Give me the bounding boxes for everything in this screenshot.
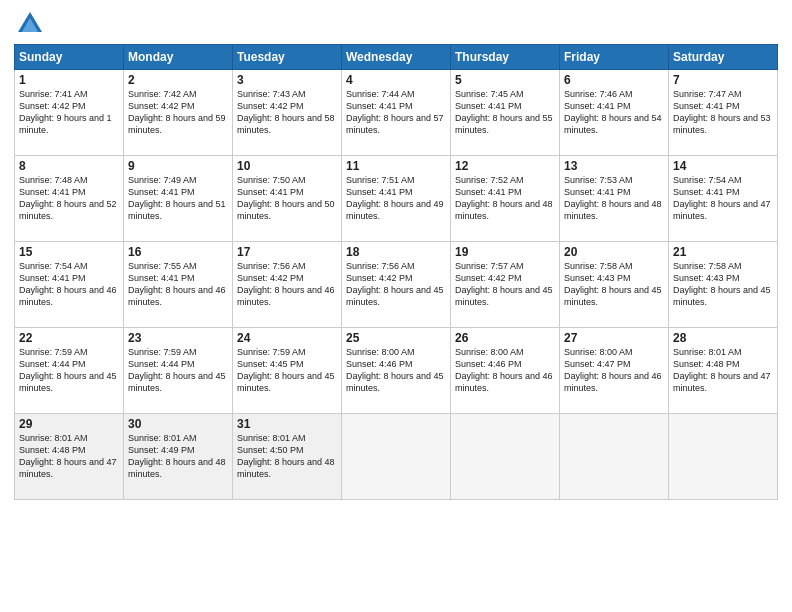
cell-content: Sunrise: 8:01 AM Sunset: 4:48 PM Dayligh… (673, 346, 773, 395)
day-number: 7 (673, 73, 773, 87)
calendar-cell: 31Sunrise: 8:01 AM Sunset: 4:50 PM Dayli… (233, 414, 342, 500)
day-number: 10 (237, 159, 337, 173)
cell-content: Sunrise: 7:48 AM Sunset: 4:41 PM Dayligh… (19, 174, 119, 223)
calendar-cell: 24Sunrise: 7:59 AM Sunset: 4:45 PM Dayli… (233, 328, 342, 414)
day-number: 24 (237, 331, 337, 345)
calendar-cell: 19Sunrise: 7:57 AM Sunset: 4:42 PM Dayli… (451, 242, 560, 328)
day-number: 17 (237, 245, 337, 259)
day-number: 18 (346, 245, 446, 259)
day-number: 25 (346, 331, 446, 345)
day-number: 15 (19, 245, 119, 259)
day-number: 27 (564, 331, 664, 345)
day-number: 31 (237, 417, 337, 431)
cell-content: Sunrise: 7:56 AM Sunset: 4:42 PM Dayligh… (237, 260, 337, 309)
calendar-cell: 21Sunrise: 7:58 AM Sunset: 4:43 PM Dayli… (669, 242, 778, 328)
day-number: 3 (237, 73, 337, 87)
day-number: 8 (19, 159, 119, 173)
calendar-cell: 27Sunrise: 8:00 AM Sunset: 4:47 PM Dayli… (560, 328, 669, 414)
day-number: 14 (673, 159, 773, 173)
calendar-week-row: 29Sunrise: 8:01 AM Sunset: 4:48 PM Dayli… (15, 414, 778, 500)
calendar-header-monday: Monday (124, 45, 233, 70)
cell-content: Sunrise: 8:00 AM Sunset: 4:46 PM Dayligh… (455, 346, 555, 395)
calendar-cell: 7Sunrise: 7:47 AM Sunset: 4:41 PM Daylig… (669, 70, 778, 156)
calendar-cell: 5Sunrise: 7:45 AM Sunset: 4:41 PM Daylig… (451, 70, 560, 156)
day-number: 28 (673, 331, 773, 345)
cell-content: Sunrise: 7:50 AM Sunset: 4:41 PM Dayligh… (237, 174, 337, 223)
cell-content: Sunrise: 8:00 AM Sunset: 4:46 PM Dayligh… (346, 346, 446, 395)
calendar-cell: 18Sunrise: 7:56 AM Sunset: 4:42 PM Dayli… (342, 242, 451, 328)
cell-content: Sunrise: 8:01 AM Sunset: 4:50 PM Dayligh… (237, 432, 337, 481)
calendar-cell (342, 414, 451, 500)
calendar-cell: 2Sunrise: 7:42 AM Sunset: 4:42 PM Daylig… (124, 70, 233, 156)
calendar-cell: 12Sunrise: 7:52 AM Sunset: 4:41 PM Dayli… (451, 156, 560, 242)
day-number: 19 (455, 245, 555, 259)
calendar-cell: 15Sunrise: 7:54 AM Sunset: 4:41 PM Dayli… (15, 242, 124, 328)
cell-content: Sunrise: 7:46 AM Sunset: 4:41 PM Dayligh… (564, 88, 664, 137)
logo (14, 10, 44, 38)
day-number: 21 (673, 245, 773, 259)
cell-content: Sunrise: 8:01 AM Sunset: 4:48 PM Dayligh… (19, 432, 119, 481)
logo-icon (16, 10, 44, 38)
day-number: 2 (128, 73, 228, 87)
day-number: 12 (455, 159, 555, 173)
cell-content: Sunrise: 8:00 AM Sunset: 4:47 PM Dayligh… (564, 346, 664, 395)
page: SundayMondayTuesdayWednesdayThursdayFrid… (0, 0, 792, 612)
calendar-cell (560, 414, 669, 500)
calendar-cell: 9Sunrise: 7:49 AM Sunset: 4:41 PM Daylig… (124, 156, 233, 242)
calendar-header-saturday: Saturday (669, 45, 778, 70)
cell-content: Sunrise: 7:58 AM Sunset: 4:43 PM Dayligh… (564, 260, 664, 309)
day-number: 13 (564, 159, 664, 173)
day-number: 30 (128, 417, 228, 431)
calendar-week-row: 15Sunrise: 7:54 AM Sunset: 4:41 PM Dayli… (15, 242, 778, 328)
logo-area (14, 10, 44, 38)
calendar-header-sunday: Sunday (15, 45, 124, 70)
calendar-cell: 14Sunrise: 7:54 AM Sunset: 4:41 PM Dayli… (669, 156, 778, 242)
calendar-cell: 6Sunrise: 7:46 AM Sunset: 4:41 PM Daylig… (560, 70, 669, 156)
calendar-cell: 10Sunrise: 7:50 AM Sunset: 4:41 PM Dayli… (233, 156, 342, 242)
day-number: 6 (564, 73, 664, 87)
day-number: 23 (128, 331, 228, 345)
cell-content: Sunrise: 7:55 AM Sunset: 4:41 PM Dayligh… (128, 260, 228, 309)
cell-content: Sunrise: 7:59 AM Sunset: 4:45 PM Dayligh… (237, 346, 337, 395)
cell-content: Sunrise: 7:44 AM Sunset: 4:41 PM Dayligh… (346, 88, 446, 137)
cell-content: Sunrise: 7:49 AM Sunset: 4:41 PM Dayligh… (128, 174, 228, 223)
day-number: 5 (455, 73, 555, 87)
cell-content: Sunrise: 7:59 AM Sunset: 4:44 PM Dayligh… (19, 346, 119, 395)
calendar-cell: 3Sunrise: 7:43 AM Sunset: 4:42 PM Daylig… (233, 70, 342, 156)
calendar-cell: 17Sunrise: 7:56 AM Sunset: 4:42 PM Dayli… (233, 242, 342, 328)
day-number: 4 (346, 73, 446, 87)
cell-content: Sunrise: 7:51 AM Sunset: 4:41 PM Dayligh… (346, 174, 446, 223)
calendar-header-row: SundayMondayTuesdayWednesdayThursdayFrid… (15, 45, 778, 70)
cell-content: Sunrise: 7:54 AM Sunset: 4:41 PM Dayligh… (19, 260, 119, 309)
calendar-cell: 28Sunrise: 8:01 AM Sunset: 4:48 PM Dayli… (669, 328, 778, 414)
calendar-header-wednesday: Wednesday (342, 45, 451, 70)
header (14, 10, 778, 38)
cell-content: Sunrise: 7:56 AM Sunset: 4:42 PM Dayligh… (346, 260, 446, 309)
day-number: 20 (564, 245, 664, 259)
cell-content: Sunrise: 7:47 AM Sunset: 4:41 PM Dayligh… (673, 88, 773, 137)
day-number: 11 (346, 159, 446, 173)
calendar-header-thursday: Thursday (451, 45, 560, 70)
calendar-cell: 25Sunrise: 8:00 AM Sunset: 4:46 PM Dayli… (342, 328, 451, 414)
calendar-header-tuesday: Tuesday (233, 45, 342, 70)
cell-content: Sunrise: 7:58 AM Sunset: 4:43 PM Dayligh… (673, 260, 773, 309)
calendar-cell: 1Sunrise: 7:41 AM Sunset: 4:42 PM Daylig… (15, 70, 124, 156)
calendar-week-row: 8Sunrise: 7:48 AM Sunset: 4:41 PM Daylig… (15, 156, 778, 242)
calendar-week-row: 1Sunrise: 7:41 AM Sunset: 4:42 PM Daylig… (15, 70, 778, 156)
calendar-cell: 13Sunrise: 7:53 AM Sunset: 4:41 PM Dayli… (560, 156, 669, 242)
cell-content: Sunrise: 7:52 AM Sunset: 4:41 PM Dayligh… (455, 174, 555, 223)
calendar: SundayMondayTuesdayWednesdayThursdayFrid… (14, 44, 778, 500)
calendar-header-friday: Friday (560, 45, 669, 70)
day-number: 1 (19, 73, 119, 87)
day-number: 16 (128, 245, 228, 259)
cell-content: Sunrise: 7:43 AM Sunset: 4:42 PM Dayligh… (237, 88, 337, 137)
calendar-cell: 20Sunrise: 7:58 AM Sunset: 4:43 PM Dayli… (560, 242, 669, 328)
calendar-week-row: 22Sunrise: 7:59 AM Sunset: 4:44 PM Dayli… (15, 328, 778, 414)
cell-content: Sunrise: 7:57 AM Sunset: 4:42 PM Dayligh… (455, 260, 555, 309)
day-number: 26 (455, 331, 555, 345)
cell-content: Sunrise: 7:53 AM Sunset: 4:41 PM Dayligh… (564, 174, 664, 223)
calendar-cell (669, 414, 778, 500)
cell-content: Sunrise: 7:41 AM Sunset: 4:42 PM Dayligh… (19, 88, 119, 137)
calendar-cell: 11Sunrise: 7:51 AM Sunset: 4:41 PM Dayli… (342, 156, 451, 242)
calendar-cell: 29Sunrise: 8:01 AM Sunset: 4:48 PM Dayli… (15, 414, 124, 500)
